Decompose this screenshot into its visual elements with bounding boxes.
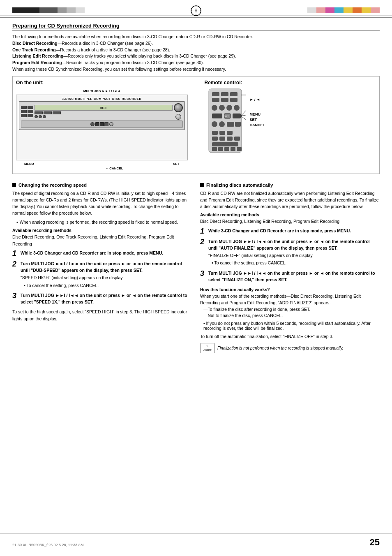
to-turn-text: To turn off the automatic finalization, …: [200, 333, 380, 340]
svg-rect-9: [221, 92, 228, 96]
page-number: 25: [370, 537, 380, 548]
svg-marker-5: [195, 8, 197, 12]
menu-label: MENU: [24, 162, 34, 166]
step2-content: Turn MULTI JOG ►►I / I◄◄ on the unit or …: [21, 260, 192, 289]
svg-marker-6: [195, 10, 197, 13]
svg-rect-37: [231, 147, 235, 151]
right-step2-content: Turn MULTI JOG ►►I / I◄◄ on the unit or …: [208, 238, 380, 266]
remote-set-label: SET: [250, 118, 265, 122]
svg-rect-30: [219, 137, 225, 141]
main-content: Preparing for CD Synchronized Recording …: [12, 23, 380, 353]
svg-rect-28: [227, 131, 233, 135]
step2-bullet: • To cancel the setting, press CANCEL.: [24, 282, 192, 289]
step2-sub: "SPEED HIGH" (initial setting) appears o…: [21, 274, 192, 281]
svg-rect-10: [230, 92, 238, 96]
unit-device-diagram: 3-DISC MULTIPLE COMPACT DISC RECORDER: [16, 95, 188, 160]
right-bullet-icon: [200, 183, 204, 187]
svg-point-14: [212, 105, 217, 111]
svg-rect-26: [212, 131, 218, 135]
set-label: SET: [173, 162, 180, 166]
how-works-text: When you start one of the recording meth…: [200, 293, 380, 306]
to-set-text: To set to the high speed again, select "…: [12, 308, 192, 322]
svg-rect-31: [227, 137, 233, 141]
diagram-section: On the unit: MULTI JOG ►► I / I◄◄ 3-DISC…: [12, 76, 380, 174]
diagram-right: Remote control:: [201, 80, 376, 170]
left-divider: [12, 180, 192, 180]
finalize-section: How this function actually works? When y…: [200, 287, 380, 353]
svg-point-23: [219, 121, 225, 127]
step1-content: While 3-CD Changer and CD Recorder are i…: [21, 250, 192, 256]
notes-icon: ✎ notes: [200, 343, 215, 353]
svg-rect-27: [219, 131, 225, 135]
top-rule-2: [0, 17, 392, 18]
svg-rect-25: [235, 122, 241, 127]
cancel-label-text: CANCEL: [109, 167, 123, 170]
dash1: —To finalize the disc after recording is…: [203, 306, 380, 313]
svg-rect-36: [224, 147, 229, 151]
multijog-label: MULTI JOG ►► I / I◄◄: [83, 89, 120, 93]
left-sub-header1: Available recording methods: [12, 228, 192, 233]
page-footer: 21-30.XL-R5020BK_f 25 02.5.28, 11:33 AM: [12, 543, 84, 547]
svg-point-17: [234, 105, 240, 111]
top-bar-left: [12, 7, 85, 13]
right-step-number-3: 3: [200, 270, 206, 277]
right-methods1: Disc Direct Recording, Listening Edit Re…: [200, 218, 380, 225]
svg-rect-34: [212, 147, 217, 151]
svg-rect-8: [212, 92, 219, 96]
svg-rect-33: [212, 142, 238, 146]
svg-rect-12: [221, 98, 228, 102]
right-bullet2: • If you do not press any button within …: [203, 321, 380, 331]
svg-point-16: [226, 105, 232, 111]
remote-labels: ► / ◄ MENU SET CANCEL: [250, 94, 265, 127]
step-number-2: 2: [12, 260, 18, 268]
svg-rect-35: [218, 147, 223, 151]
right-step-number-2: 2: [200, 238, 206, 246]
top-rule-1: [0, 16, 392, 16]
left-bullet1: • When analog recording is performed, th…: [16, 219, 192, 226]
top-bar-right: [307, 7, 380, 13]
how-works-header: How this function actually works?: [200, 287, 380, 292]
remote-menu-label: MENU: [250, 112, 265, 116]
right-section-header: Finalizing discs automatically: [200, 183, 380, 188]
step-number-3: 3: [12, 292, 18, 299]
right-step-1: 1 While 3-CD Changer and CD Recorder are…: [200, 227, 380, 235]
left-column: Changing the recording speed The speed o…: [12, 180, 192, 354]
bottom-rule: [0, 533, 392, 533]
step-number-1: 1: [12, 250, 18, 257]
section-title: Preparing for CD Synchronized Recording: [12, 23, 380, 30]
svg-rect-32: [234, 137, 240, 141]
right-step-number-1: 1: [200, 227, 206, 235]
unit-subtitle: On the unit:: [16, 80, 188, 86]
right-step2-sub: "FINALIZE OFF" (initial setting) appears…: [208, 252, 380, 259]
notes-box: ✎ notes Finalization is not performed wh…: [200, 343, 380, 353]
left-step-1: 1 While 3-CD Changer and CD Recorder are…: [12, 250, 192, 257]
svg-rect-18: [212, 114, 222, 118]
left-para1: The speed of digital recording on a CD-R…: [12, 190, 192, 217]
remote-body: SET: [205, 88, 246, 155]
svg-rect-38: [237, 147, 242, 151]
svg-point-22: [212, 121, 217, 127]
svg-rect-13: [230, 98, 238, 102]
step3-content: Turn MULTI JOG ►►I / I◄◄ on the unit or …: [21, 292, 192, 306]
svg-rect-11: [212, 98, 219, 102]
svg-rect-20: [233, 114, 241, 118]
right-para1: CD-R and CD-RW are not finalized automat…: [200, 190, 380, 210]
right-step1-content: While 3-CD Changer and CD Recorder are i…: [208, 227, 380, 234]
svg-point-15: [219, 105, 225, 111]
cancel-label: ←: [105, 167, 108, 170]
dash2: —Not to finalize the disc, press CANCEL.: [203, 313, 380, 319]
right-sub-header1: Available recording methods: [200, 212, 380, 217]
right-step3-content: Turn MULTI JOG ►►I / I◄◄ on the unit or …: [208, 270, 380, 283]
left-step-3: 3 Turn MULTI JOG ►►I / I◄◄ on the unit o…: [12, 292, 192, 306]
left-section-header: Changing the recording speed: [12, 183, 192, 188]
right-step-3: 3 Turn MULTI JOG ►►I / I◄◄ on the unit o…: [200, 270, 380, 283]
svg-text:SET: SET: [224, 115, 229, 118]
bullet-icon: [12, 183, 16, 187]
play-label: ► / ◄: [250, 97, 260, 102]
svg-point-0: [191, 6, 201, 16]
remote-cancel-label: CANCEL: [250, 123, 265, 127]
left-methods1: Disc Direct Recording, One Track Recordi…: [12, 234, 192, 247]
svg-rect-29: [212, 137, 218, 141]
right-divider: [200, 180, 380, 180]
notes-text: Finalization is not performed when the r…: [217, 346, 344, 350]
